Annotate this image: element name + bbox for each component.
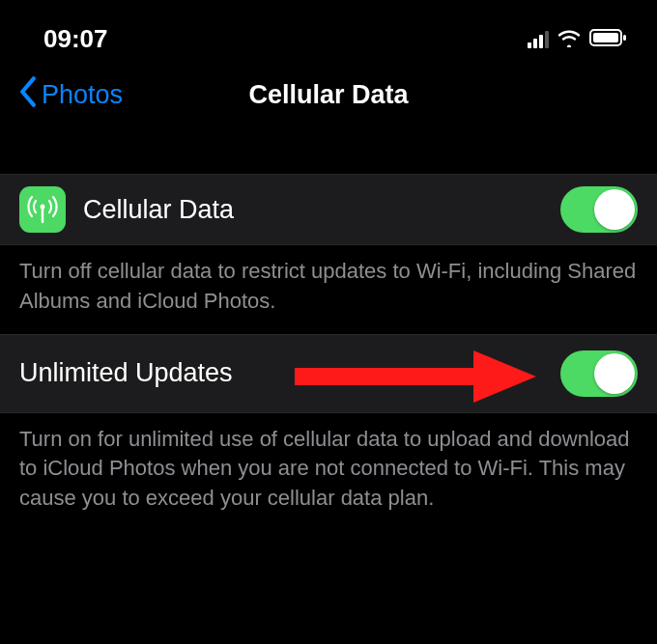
- back-label: Photos: [42, 80, 123, 110]
- status-bar: 09:07: [0, 0, 657, 73]
- unlimited-updates-footer: Turn on for unlimited use of cellular da…: [0, 413, 657, 531]
- cellular-signal-icon: [528, 31, 549, 48]
- wifi-icon: [557, 24, 582, 54]
- unlimited-updates-label: Unlimited Updates: [19, 358, 543, 388]
- battery-icon: [589, 24, 628, 54]
- cellular-data-toggle[interactable]: [560, 186, 638, 233]
- svg-rect-2: [623, 35, 626, 41]
- nav-bar: Photos Cellular Data: [0, 73, 657, 127]
- unlimited-updates-row: Unlimited Updates: [0, 334, 657, 413]
- status-right: [528, 24, 628, 54]
- group-cellular: Cellular Data Turn off cellular data to …: [0, 174, 657, 334]
- antenna-icon: [19, 186, 66, 233]
- svg-rect-1: [593, 33, 618, 42]
- status-time: 09:07: [43, 24, 108, 54]
- cellular-data-row: Cellular Data: [0, 174, 657, 245]
- group-unlimited: Unlimited Updates Turn on for unlimited …: [0, 334, 657, 531]
- unlimited-updates-toggle[interactable]: [560, 350, 638, 397]
- section-gap: [0, 127, 657, 174]
- back-button[interactable]: Photos: [19, 76, 123, 114]
- cellular-data-footer: Turn off cellular data to restrict updat…: [0, 245, 657, 334]
- toggle-knob: [594, 189, 635, 230]
- toggle-knob: [594, 353, 635, 394]
- cellular-data-label: Cellular Data: [83, 195, 543, 225]
- chevron-left-icon: [19, 76, 38, 114]
